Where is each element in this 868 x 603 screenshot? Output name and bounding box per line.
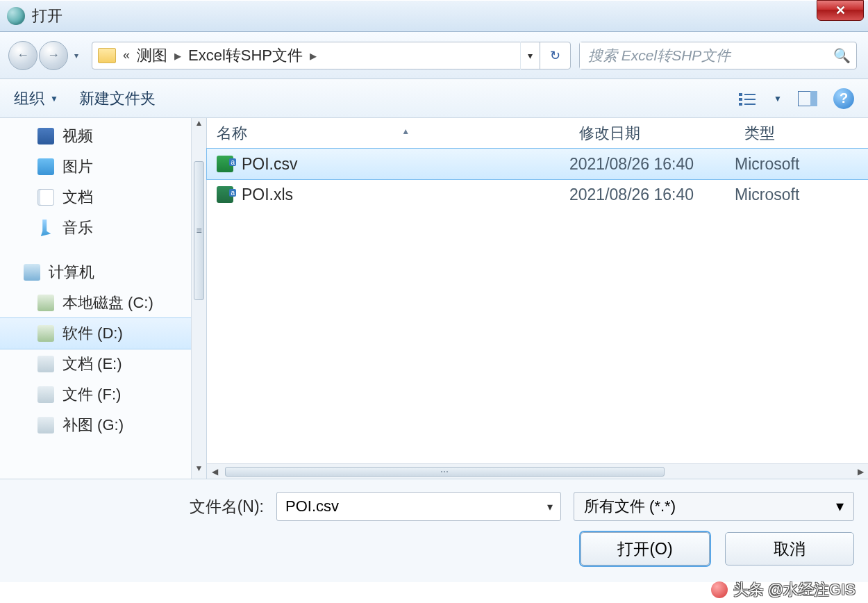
svg-rect-1 bbox=[744, 94, 756, 95]
sidebar-label: 软件 (D:) bbox=[62, 323, 123, 344]
chevron-down-icon: ▼ bbox=[50, 94, 58, 104]
scroll-up-icon[interactable]: ▲ bbox=[192, 118, 206, 133]
breadcrumb-dropdown[interactable]: ▾ bbox=[520, 42, 540, 69]
chevron-right-icon[interactable]: ▸ bbox=[172, 47, 184, 64]
document-icon bbox=[37, 189, 54, 206]
new-folder-button[interactable]: 新建文件夹 bbox=[79, 88, 156, 109]
scrollbar-thumb[interactable]: ≡ bbox=[194, 161, 204, 300]
search-box: 🔍 bbox=[579, 42, 857, 69]
file-name: POI.xls bbox=[242, 185, 293, 204]
scroll-left-icon[interactable]: ◀ bbox=[207, 467, 222, 477]
breadcrumb-parent[interactable]: 测图 bbox=[133, 45, 172, 66]
svg-rect-2 bbox=[739, 98, 742, 101]
column-modified[interactable]: 修改日期 bbox=[569, 123, 735, 144]
filename-combobox[interactable]: ▾ bbox=[276, 492, 561, 521]
sort-asc-icon: ▲ bbox=[401, 126, 410, 136]
window-title: 打开 bbox=[32, 6, 817, 26]
sidebar: 视频 图片 文档 音乐 计算机 本地磁盘 (C:) 软件 (D:) bbox=[0, 118, 207, 479]
close-button[interactable]: ✕ bbox=[817, 0, 864, 21]
files-header: 名称 ▲ 修改日期 类型 bbox=[207, 118, 868, 149]
column-type[interactable]: 类型 bbox=[735, 123, 868, 144]
svg-rect-4 bbox=[739, 103, 742, 106]
drive-icon bbox=[37, 356, 54, 372]
footer-panel: 文件名(N): ▾ 所有文件 (*.*) ▾ 打开(O) 取消 bbox=[0, 479, 868, 582]
breadcrumb-prefix: « bbox=[120, 48, 133, 63]
cancel-button-label: 取消 bbox=[774, 538, 806, 560]
app-icon bbox=[7, 7, 25, 25]
sidebar-item-music[interactable]: 音乐 bbox=[0, 213, 206, 243]
chevron-down-icon[interactable]: ▾ bbox=[540, 500, 560, 513]
file-csv-icon bbox=[217, 156, 233, 172]
drive-icon bbox=[37, 417, 54, 433]
body-area: 视频 图片 文档 音乐 计算机 本地磁盘 (C:) 软件 (D:) bbox=[0, 118, 868, 479]
sidebar-item-drive-g[interactable]: 补图 (G:) bbox=[0, 410, 206, 440]
watermark-icon bbox=[711, 581, 728, 598]
file-modified: 2021/08/26 16:40 bbox=[569, 185, 735, 204]
sidebar-label: 文件 (F:) bbox=[62, 384, 121, 405]
nav-bar: ← → ▾ « 测图 ▸ Excel转SHP文件 ▸ ▾ ↻ 🔍 bbox=[0, 32, 868, 79]
watermark: 头条 @水经注GIS bbox=[711, 579, 856, 600]
forward-button[interactable]: → bbox=[39, 41, 68, 70]
column-name[interactable]: 名称 ▲ bbox=[207, 123, 569, 144]
sidebar-scrollbar[interactable]: ▲ ≡ ▼ bbox=[191, 118, 206, 479]
picture-icon bbox=[37, 158, 54, 175]
sidebar-item-drive-f[interactable]: 文件 (F:) bbox=[0, 379, 206, 410]
scroll-down-icon[interactable]: ▼ bbox=[192, 463, 206, 479]
music-icon bbox=[37, 220, 54, 236]
chevron-right-icon[interactable]: ▸ bbox=[307, 47, 319, 64]
sidebar-item-drive-d[interactable]: 软件 (D:) bbox=[0, 318, 206, 349]
arrow-right-icon: → bbox=[47, 48, 60, 63]
scrollbar-thumb[interactable]: ⋯ bbox=[225, 467, 665, 477]
computer-icon bbox=[24, 264, 40, 281]
sidebar-label: 音乐 bbox=[62, 217, 93, 238]
view-mode-dropdown[interactable]: ▼ bbox=[774, 94, 782, 104]
help-icon: ? bbox=[840, 90, 848, 106]
sidebar-item-computer[interactable]: 计算机 bbox=[0, 257, 206, 288]
filter-label: 所有文件 (*.*) bbox=[584, 496, 676, 517]
folder-icon bbox=[98, 48, 116, 63]
back-button[interactable]: ← bbox=[8, 41, 37, 70]
organize-label: 组织 bbox=[14, 88, 44, 109]
breadcrumb-current[interactable]: Excel转SHP文件 bbox=[184, 45, 307, 66]
organize-button[interactable]: 组织 ▼ bbox=[14, 88, 58, 109]
title-bar: 打开 ✕ bbox=[0, 0, 868, 32]
open-button[interactable]: 打开(O) bbox=[581, 532, 710, 565]
breadcrumb[interactable]: « 测图 ▸ Excel转SHP文件 ▸ ▾ ↻ bbox=[92, 42, 571, 69]
column-modified-label: 修改日期 bbox=[579, 124, 640, 142]
sidebar-item-documents[interactable]: 文档 bbox=[0, 182, 206, 213]
arrow-left-icon: ← bbox=[17, 48, 29, 63]
sidebar-label: 文档 bbox=[62, 187, 93, 208]
sidebar-label: 视频 bbox=[62, 126, 93, 147]
file-row[interactable]: POI.xls 2021/08/26 16:40 Microsoft bbox=[207, 179, 868, 210]
sidebar-label: 本地磁盘 (C:) bbox=[62, 292, 153, 313]
view-mode-button[interactable] bbox=[736, 89, 760, 108]
sidebar-item-video[interactable]: 视频 bbox=[0, 121, 206, 151]
filename-label: 文件名(N): bbox=[190, 496, 264, 518]
column-type-label: 类型 bbox=[744, 124, 775, 142]
drive-icon bbox=[37, 325, 54, 342]
files-hscrollbar[interactable]: ◀ ⋯ ▶ bbox=[207, 463, 868, 479]
filename-input[interactable] bbox=[277, 497, 540, 515]
column-name-label: 名称 bbox=[217, 124, 247, 142]
toolbar: 组织 ▼ 新建文件夹 ▼ ? bbox=[0, 79, 868, 118]
nav-history-dropdown[interactable]: ▾ bbox=[69, 46, 83, 65]
help-button[interactable]: ? bbox=[833, 88, 854, 109]
sidebar-item-drive-e[interactable]: 文档 (E:) bbox=[0, 349, 206, 379]
sidebar-label: 文档 (E:) bbox=[62, 354, 122, 374]
file-row[interactable]: POI.csv 2021/08/26 16:40 Microsoft bbox=[207, 149, 868, 179]
sidebar-item-pictures[interactable]: 图片 bbox=[0, 151, 206, 182]
file-type-filter[interactable]: 所有文件 (*.*) ▾ bbox=[574, 492, 854, 521]
scroll-right-icon[interactable]: ▶ bbox=[853, 467, 868, 477]
sidebar-item-drive-c[interactable]: 本地磁盘 (C:) bbox=[0, 288, 206, 318]
file-name: POI.csv bbox=[242, 155, 298, 174]
preview-pane-button[interactable] bbox=[796, 89, 819, 108]
refresh-button[interactable]: ↻ bbox=[540, 42, 570, 69]
cancel-button[interactable]: 取消 bbox=[725, 532, 854, 565]
drive-icon bbox=[37, 295, 54, 311]
svg-rect-7 bbox=[810, 91, 817, 106]
chevron-down-icon: ▾ bbox=[836, 497, 844, 515]
search-input[interactable] bbox=[580, 42, 827, 69]
files-panel: 名称 ▲ 修改日期 类型 POI.csv 2021/08/26 16:40 Mi… bbox=[207, 118, 868, 479]
search-icon[interactable]: 🔍 bbox=[827, 47, 856, 64]
view-details-icon bbox=[739, 92, 757, 106]
